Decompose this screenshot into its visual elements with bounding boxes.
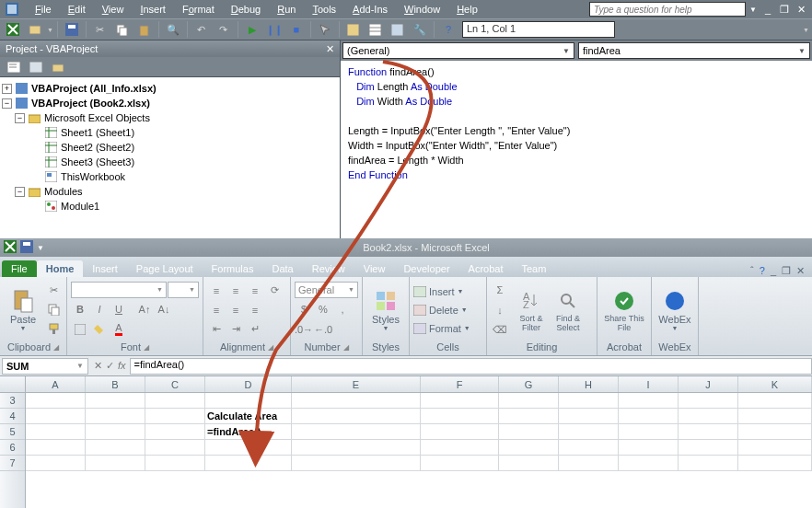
cell[interactable] <box>145 393 205 409</box>
help-search-input[interactable] <box>589 2 746 17</box>
qat-dropdown-icon[interactable]: ▼ <box>37 244 44 252</box>
folder-node[interactable]: −Modules <box>2 184 338 199</box>
cell[interactable] <box>26 393 86 409</box>
object-dropdown[interactable]: (General)▼ <box>342 42 574 59</box>
decrease-indent-icon[interactable]: ⇤ <box>207 320 226 339</box>
paste-button[interactable]: Paste▼ <box>4 282 42 339</box>
procedure-dropdown[interactable]: findArea▼ <box>578 42 810 59</box>
close-button[interactable]: ✕ <box>796 265 805 277</box>
tab-page-layout[interactable]: Page Layout <box>127 260 203 277</box>
reset-icon[interactable]: ■ <box>286 20 307 39</box>
share-file-button[interactable]: Share This File <box>601 282 647 339</box>
cell[interactable]: Calculate Area <box>205 409 292 424</box>
cell[interactable] <box>738 393 812 409</box>
enter-icon[interactable]: ✓ <box>106 360 114 372</box>
column-header[interactable]: I <box>619 376 679 392</box>
view-object-icon[interactable] <box>26 58 46 76</box>
cell[interactable] <box>421 409 499 424</box>
cell[interactable] <box>292 409 421 424</box>
delete-button[interactable]: Delete▼ <box>413 302 470 318</box>
borders-icon[interactable] <box>71 320 89 339</box>
row-header[interactable]: 3 <box>0 393 25 409</box>
webex-button[interactable]: WebEx▼ <box>655 282 694 339</box>
increase-indent-icon[interactable]: ⇥ <box>226 320 245 339</box>
column-header[interactable]: G <box>499 376 559 392</box>
align-bottom-icon[interactable]: ≡ <box>246 282 264 300</box>
menu-edit[interactable]: Edit <box>61 2 93 17</box>
cell[interactable] <box>679 424 738 440</box>
restore-button[interactable]: ❐ <box>777 4 792 16</box>
collapse-icon[interactable]: − <box>15 113 25 123</box>
cell[interactable] <box>619 393 679 409</box>
menu-file[interactable]: File <box>28 2 59 17</box>
italic-icon[interactable]: I <box>90 300 109 318</box>
column-header[interactable]: K <box>738 376 812 392</box>
sheet-node[interactable]: Sheet1 (Sheet1) <box>2 125 338 140</box>
run-icon[interactable]: ▶ <box>242 20 262 39</box>
minimize-button[interactable]: _ <box>760 4 775 15</box>
cell[interactable] <box>421 393 499 409</box>
orientation-icon[interactable]: ⟳ <box>265 282 284 300</box>
cell[interactable] <box>738 440 812 456</box>
column-header[interactable]: F <box>421 376 499 392</box>
number-format-select[interactable]: General▼ <box>295 282 358 298</box>
fill-color-icon[interactable] <box>90 320 109 339</box>
tab-file[interactable]: File <box>2 260 37 277</box>
cell[interactable] <box>559 456 619 471</box>
cell[interactable] <box>205 440 292 456</box>
cell[interactable] <box>559 424 619 440</box>
cell[interactable] <box>292 424 421 440</box>
cell[interactable] <box>86 409 145 424</box>
column-header[interactable]: A <box>26 376 86 392</box>
select-all-corner[interactable] <box>0 376 26 392</box>
column-header[interactable]: E <box>292 376 421 392</box>
cut-icon[interactable]: ✂ <box>90 20 110 39</box>
undo-icon[interactable]: ↶ <box>191 20 212 39</box>
align-left-icon[interactable]: ≡ <box>207 301 226 319</box>
help-icon[interactable]: ? <box>438 20 458 39</box>
cell[interactable] <box>679 409 738 424</box>
dialog-launcher-icon[interactable]: ◢ <box>343 343 349 352</box>
cell[interactable] <box>559 393 619 409</box>
workbook-node[interactable]: ThisWorkbook <box>2 169 338 184</box>
tab-insert[interactable]: Insert <box>83 260 127 277</box>
cell[interactable] <box>205 456 292 471</box>
align-center-icon[interactable]: ≡ <box>226 301 245 319</box>
cell[interactable] <box>738 409 812 424</box>
increase-font-icon[interactable]: A↑ <box>135 300 154 318</box>
insert-module-icon[interactable] <box>25 20 45 39</box>
align-middle-icon[interactable]: ≡ <box>226 282 245 300</box>
cell[interactable]: =findArea() <box>205 424 292 440</box>
module-node[interactable]: Module1 <box>2 199 338 214</box>
cell[interactable] <box>292 456 421 471</box>
cell[interactable] <box>738 456 812 471</box>
tab-review[interactable]: Review <box>303 260 354 277</box>
fill-icon[interactable]: ↓ <box>491 301 509 319</box>
project-node[interactable]: −VBAProject (Book2.xlsx) <box>2 96 338 110</box>
name-box[interactable]: SUM▼ <box>2 358 88 375</box>
copy-icon[interactable] <box>112 20 133 39</box>
dialog-launcher-icon[interactable]: ◢ <box>144 343 149 352</box>
column-header[interactable]: J <box>679 376 738 392</box>
cell[interactable] <box>26 440 86 456</box>
currency-icon[interactable]: $ <box>295 300 313 318</box>
format-button[interactable]: Format▼ <box>413 320 470 337</box>
cells-area[interactable]: Calculate Area=findArea() <box>26 393 812 508</box>
cell[interactable] <box>292 440 421 456</box>
cell[interactable] <box>499 456 559 471</box>
view-code-icon[interactable] <box>4 58 24 76</box>
column-header[interactable]: B <box>86 376 145 392</box>
row-header[interactable]: 6 <box>0 440 25 456</box>
cell[interactable] <box>679 440 738 456</box>
cell[interactable] <box>499 393 559 409</box>
cell[interactable] <box>86 424 145 440</box>
tab-formulas[interactable]: Formulas <box>203 260 263 277</box>
row-header[interactable]: 7 <box>0 456 25 471</box>
formula-input[interactable]: =findArea() <box>130 358 812 375</box>
tab-home[interactable]: Home <box>37 260 84 277</box>
close-panel-icon[interactable]: ✕ <box>326 43 334 55</box>
fx-icon[interactable]: fx <box>118 360 126 372</box>
sheet-node[interactable]: Sheet3 (Sheet3) <box>2 155 338 169</box>
row-header[interactable]: 5 <box>0 424 25 440</box>
decrease-font-icon[interactable]: A↓ <box>155 300 173 318</box>
